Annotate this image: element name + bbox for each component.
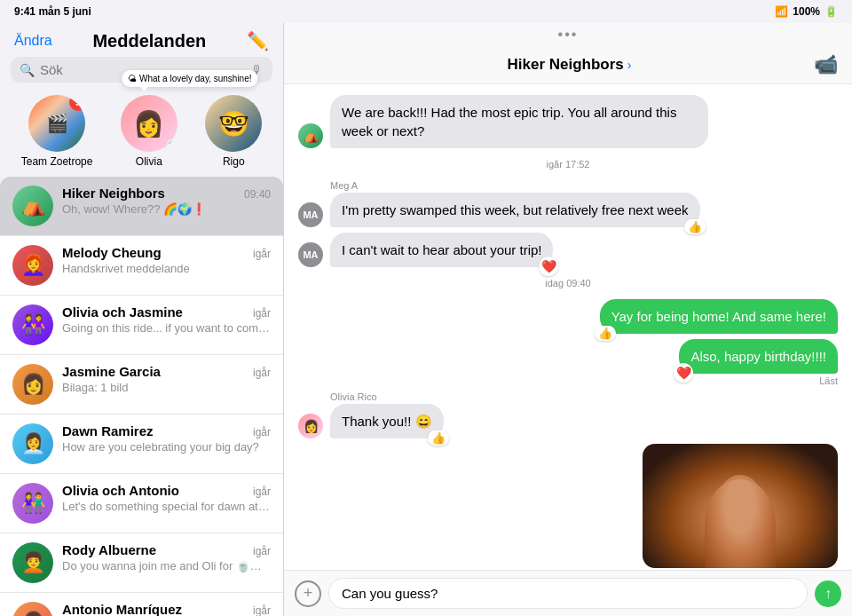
main-content: Ändra Meddelanden ✏️ 🔍 🎙 🎬 5 Team Zoetro…	[0, 23, 852, 616]
reaction-heart-3: ❤️	[539, 257, 558, 276]
status-right: 📶 100% 🔋	[775, 5, 838, 18]
pinned-avatar-team-zoetrope: 🎬 5	[28, 95, 85, 152]
conv-avatar-dawn: 👩‍💼	[12, 423, 53, 464]
add-button[interactable]: +	[295, 580, 321, 607]
pinned-name-olivia: Olivia	[136, 155, 162, 168]
message-input[interactable]	[328, 578, 808, 609]
conv-item-rody[interactable]: 🧑‍🦱 Rody Albuerne igår Do you wanna join…	[0, 533, 283, 593]
conv-item-hiker-neighbors[interactable]: ⛺ Hiker Neighbors 09:40 Oh, wow! Where??…	[0, 177, 283, 236]
conv-preview-jasmine: Bilaga: 1 bild	[62, 381, 271, 394]
msg-bubble-2: I'm pretty swamped this week, but relati…	[330, 193, 700, 227]
pinned-section: 🎬 5 Team Zoetrope 🌤 What a lovely day, s…	[0, 90, 283, 177]
msg-sender-meg: Meg A	[330, 180, 700, 191]
conv-item-antonio[interactable]: 👨 Antonio Manríquez igår	[0, 593, 283, 616]
msg-sender-olivia-rico: Olivia Rico	[330, 391, 444, 402]
person-silhouette	[705, 479, 776, 568]
conv-preview-melody: Handskrivet meddelande	[62, 262, 271, 275]
msg-bubble-5: Also, happy birthday!!!!	[679, 339, 838, 374]
olivia-bubble: 🌤 What a lovely day, sunshine!	[122, 70, 257, 87]
conv-name-olivia-jasmine: Olivia och Jasmine	[62, 304, 183, 320]
pinned-rigo[interactable]: 🤓 Rigo	[205, 95, 262, 168]
conv-item-dawn[interactable]: 👩‍💼 Dawn Ramirez igår How are you celebr…	[0, 415, 283, 474]
conv-avatar-antonio: 👨	[12, 602, 53, 616]
msg-avatar-hiker: ⛺	[298, 123, 323, 148]
pinned-team-zoetrope[interactable]: 🎬 5 Team Zoetrope	[21, 95, 93, 168]
conv-preview-olivia-jasmine: Going on this ride... if you want to com…	[62, 321, 271, 335]
conv-time-antonio: igår	[253, 604, 271, 616]
msg-row-5: Also, happy birthday!!!! ❤️ Läst	[298, 339, 838, 386]
msg-row-7	[298, 444, 838, 568]
unread-badge-team-zoetrope: 5	[69, 95, 85, 111]
conv-time-olivia-jasmine: igår	[253, 307, 271, 320]
msg-row-2: MA Meg A I'm pretty swamped this week, b…	[298, 180, 838, 227]
battery-level: 100%	[793, 5, 820, 18]
battery-icon: 🔋	[824, 5, 838, 18]
msg-avatar-olivia-rico: 👩	[298, 414, 323, 438]
conv-preview-dawn: How are you celebrating your big day?	[62, 440, 271, 454]
conv-avatar-olivia-jasmine: 👭	[12, 304, 53, 345]
reaction-heart-5: ❤️	[674, 363, 693, 383]
msg-bubble-6: Thank you!! 😄	[330, 404, 444, 438]
conv-time-jasmine: igår	[253, 367, 271, 379]
send-button[interactable]: ↑	[815, 580, 841, 607]
pinned-olivia[interactable]: 🌤 What a lovely day, sunshine! 👩 Olivia	[121, 95, 178, 168]
status-bar: 9:41 mån 5 juni 📶 100% 🔋	[0, 0, 852, 23]
video-thumbnail[interactable]	[643, 444, 838, 568]
msg-row-1: ⛺ We are back!!! Had the most epic trip.…	[298, 95, 838, 148]
conv-name-olivia-antonio: Olivia och Antonio	[62, 483, 179, 498]
input-bar: + ↑	[284, 570, 852, 616]
conv-item-melody[interactable]: 👩‍🦰 Melody Cheung igår Handskrivet medde…	[0, 236, 283, 296]
edit-button[interactable]: Ändra	[14, 33, 52, 49]
messages-header: Ändra Meddelanden ✏️	[0, 23, 283, 57]
conv-name-jasmine: Jasmine Garcia	[62, 364, 161, 379]
top-dots: •••	[284, 23, 852, 46]
video-person	[643, 444, 838, 568]
like-badge-4: 👍	[595, 326, 616, 341]
left-panel: Ändra Meddelanden ✏️ 🔍 🎙 🎬 5 Team Zoetro…	[0, 23, 284, 616]
msg-bubble-4: Yay for being home! And same here!	[600, 299, 838, 334]
status-time-date: 9:41 mån 5 juni	[14, 5, 91, 18]
msg-bubble-1: We are back!!! Had the most epic trip. Y…	[330, 95, 708, 148]
pinned-name-team-zoetrope: Team Zoetrope	[21, 155, 93, 168]
msg-row-6: 👩 Olivia Rico Thank you!! 😄 👍	[298, 391, 838, 438]
conv-name-melody: Melody Cheung	[62, 245, 162, 260]
pinned-avatar-rigo: 🤓	[205, 95, 262, 152]
conv-name-rody: Rody Albuerne	[62, 542, 156, 557]
read-label-5: Läst	[819, 375, 838, 386]
conv-preview-hiker: Oh, wow! Where?? 🌈🌍❗️	[62, 202, 271, 216]
online-dot-olivia	[167, 139, 178, 150]
messages-area: ⛺ We are back!!! Had the most epic trip.…	[284, 84, 852, 570]
chat-title: Hiker Neighbors	[508, 56, 624, 74]
pinned-avatar-olivia: 👩	[121, 95, 178, 152]
chevron-right-icon: ›	[627, 58, 632, 72]
conv-avatar-jasmine: 👩	[12, 364, 53, 405]
conv-time-dawn: igår	[253, 426, 271, 438]
msg-row-3: MA I can't wait to hear about your trip!…	[298, 233, 838, 267]
msg-avatar-meg: MA	[298, 202, 323, 227]
messages-title: Meddelanden	[92, 31, 206, 51]
right-panel: ••• Hiker Neighbors › 📹 ⛺ We are back!!!…	[284, 23, 852, 616]
conversation-list: ⛺ Hiker Neighbors 09:40 Oh, wow! Where??…	[0, 177, 283, 616]
conv-item-olivia-jasmine[interactable]: 👭 Olivia och Jasmine igår Going on this …	[0, 296, 283, 355]
like-badge-2: 👍	[684, 219, 706, 234]
conv-avatar-rody: 🧑‍🦱	[12, 542, 53, 583]
conv-item-olivia-antonio[interactable]: 👫 Olivia och Antonio igår Let's do somet…	[0, 474, 283, 533]
conv-name-hiker: Hiker Neighbors	[62, 186, 165, 201]
conv-preview-olivia-antonio: Let's do something special for dawn at t…	[62, 500, 271, 513]
conv-time-olivia-antonio: igår	[253, 486, 271, 498]
conv-avatar-hiker: ⛺	[12, 186, 53, 226]
msg-avatar-meg-2: MA	[298, 242, 323, 267]
video-call-button[interactable]: 📹	[814, 53, 838, 76]
conv-time-hiker: 09:40	[244, 188, 271, 201]
wifi-icon: 📶	[775, 5, 788, 18]
conv-name-dawn: Dawn Ramirez	[62, 423, 154, 438]
like-badge-6: 👍	[428, 430, 449, 446]
chat-header: Hiker Neighbors › 📹	[284, 46, 852, 84]
chat-title-wrap[interactable]: Hiker Neighbors ›	[508, 56, 632, 74]
msg-bubble-3: I can't wait to hear about your trip!	[330, 233, 553, 267]
conv-name-antonio: Antonio Manríquez	[62, 602, 182, 616]
pinned-name-rigo: Rigo	[223, 155, 245, 168]
compose-button[interactable]: ✏️	[247, 30, 269, 51]
conv-item-jasmine[interactable]: 👩 Jasmine Garcia igår Bilaga: 1 bild	[0, 355, 283, 415]
timestamp-today: idag 09:40	[298, 278, 838, 288]
